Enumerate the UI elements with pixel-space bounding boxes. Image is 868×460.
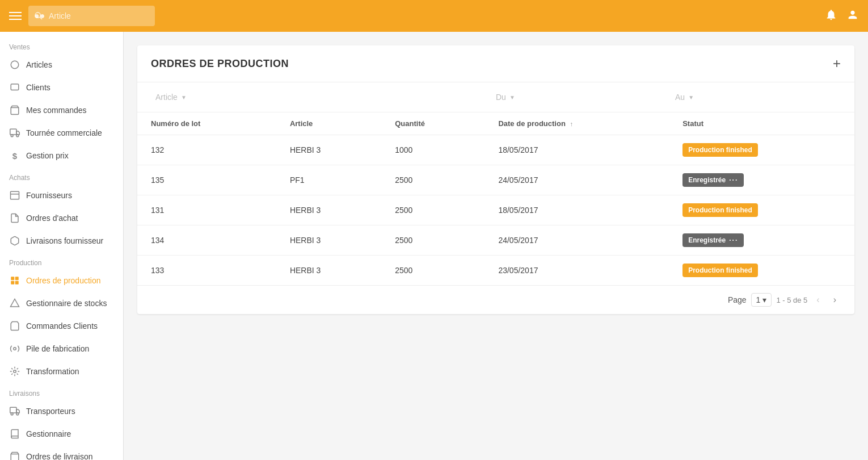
col-date-production[interactable]: Date de production ↑ bbox=[484, 112, 669, 135]
status-badge-gray: Enregistrée··· bbox=[682, 233, 744, 247]
sidebar-label-commandes-clients: Commandes Clients bbox=[26, 321, 98, 331]
ordres-de-production-icon bbox=[9, 275, 20, 286]
cell-date-production: 18/05/2017 bbox=[484, 195, 669, 225]
col-date-production-label: Date de production bbox=[498, 119, 565, 128]
page-select[interactable]: 1 ▾ bbox=[751, 293, 772, 307]
filter-article-label: Article bbox=[155, 93, 178, 102]
svg-line-1 bbox=[40, 17, 42, 19]
cell-article: HERBI 3 bbox=[276, 135, 381, 165]
cell-numero-lot: 132 bbox=[137, 135, 276, 165]
filter-article[interactable]: Article ▼ bbox=[151, 89, 482, 105]
cell-article: HERBI 3 bbox=[276, 256, 381, 286]
svg-point-2 bbox=[11, 61, 19, 69]
cell-numero-lot: 131 bbox=[137, 195, 276, 225]
svg-rect-10 bbox=[11, 277, 14, 280]
sidebar-item-gestionnaire-livraisons[interactable]: Gestionnaire bbox=[0, 423, 123, 445]
transformation-icon bbox=[9, 366, 20, 377]
status-badge-orange: Production finished bbox=[682, 203, 758, 217]
search-input[interactable] bbox=[28, 6, 155, 26]
sidebar-label-ordres-achat: Ordres d'achat bbox=[26, 214, 78, 223]
sidebar-item-transformation[interactable]: Transformation bbox=[0, 360, 123, 383]
sidebar-item-pile-fabrication[interactable]: Pile de fabrication bbox=[0, 337, 123, 360]
sidebar-item-gestionnaire-stocks[interactable]: Gestionnaire de stocks bbox=[0, 292, 123, 315]
cell-article: HERBI 3 bbox=[276, 195, 381, 225]
table-body: 132HERBI 3100018/05/2017Production finis… bbox=[137, 135, 854, 286]
sidebar-label-gestion-prix: Gestion prix bbox=[26, 151, 69, 160]
sidebar-item-transporteurs[interactable]: Transporteurs bbox=[0, 400, 123, 423]
livraisons-fournisseur-icon bbox=[9, 235, 20, 246]
sidebar-item-articles[interactable]: Articles bbox=[0, 53, 123, 76]
filter-du[interactable]: Du ▼ bbox=[491, 89, 661, 105]
svg-point-15 bbox=[14, 348, 16, 350]
commandes-clients-icon bbox=[9, 320, 20, 332]
pile-fabrication-icon bbox=[9, 343, 20, 354]
page-title: ORDRES DE PRODUCTION bbox=[151, 58, 289, 70]
clients-icon bbox=[9, 82, 20, 93]
sidebar-item-commandes-clients[interactable]: Commandes Clients bbox=[0, 315, 123, 337]
status-badge-orange: Production finished bbox=[682, 264, 758, 277]
col-quantite: Quantité bbox=[381, 112, 484, 135]
page-count: 1 - 5 de 5 bbox=[776, 296, 807, 304]
page-value: 1 bbox=[756, 295, 761, 304]
status-badge-gray: Enregistrée··· bbox=[682, 173, 744, 187]
sidebar-label-gestionnaire: Gestionnaire bbox=[26, 429, 71, 438]
sidebar-label-gestionnaire-stocks: Gestionnaire de stocks bbox=[26, 299, 107, 308]
cell-statut: Enregistrée··· bbox=[669, 165, 854, 195]
cell-article: HERBI 3 bbox=[276, 225, 381, 256]
page-label: Page bbox=[728, 295, 747, 304]
sidebar-item-ordres-de-production[interactable]: Ordres de production bbox=[0, 269, 123, 292]
articles-icon bbox=[9, 59, 20, 70]
prev-page-button[interactable]: ‹ bbox=[812, 292, 824, 307]
sidebar-label-clients: Clients bbox=[26, 83, 50, 92]
svg-rect-13 bbox=[15, 281, 19, 285]
sidebar-item-gestion-prix[interactable]: $ Gestion prix bbox=[0, 144, 123, 167]
sidebar-item-clients[interactable]: Clients bbox=[0, 76, 123, 99]
filter-au[interactable]: Au ▼ bbox=[671, 89, 841, 105]
fournisseurs-icon bbox=[9, 190, 20, 201]
sidebar-item-fournisseurs[interactable]: Fournisseurs bbox=[0, 184, 123, 207]
col-numero-lot: Numéro de lot bbox=[137, 112, 276, 135]
user-avatar-icon[interactable] bbox=[846, 9, 859, 24]
next-page-button[interactable]: › bbox=[829, 292, 841, 307]
sidebar-label-transporteurs: Transporteurs bbox=[26, 407, 75, 416]
layout: Ventes Articles Clients Mes commandes To… bbox=[0, 32, 868, 460]
filter-au-arrow: ▼ bbox=[688, 94, 694, 101]
sidebar-label-livraisons-fournisseur: Livraisons fournisseur bbox=[26, 236, 103, 245]
topbar: ●● bbox=[0, 0, 868, 32]
cell-statut: Production finished bbox=[669, 256, 854, 286]
sidebar-section-production: Production bbox=[0, 252, 123, 269]
cell-quantite: 2500 bbox=[381, 165, 484, 195]
sidebar-label-tournee: Tournée commerciale bbox=[26, 128, 102, 137]
sidebar-item-ordres-livraison[interactable]: Ordres de livraison bbox=[0, 445, 123, 460]
cell-quantite: 2500 bbox=[381, 256, 484, 286]
ordres-achat-icon bbox=[9, 212, 20, 224]
cell-numero-lot: 134 bbox=[137, 225, 276, 256]
cell-article: PF1 bbox=[276, 165, 381, 195]
sidebar-item-livraisons-fournisseur[interactable]: Livraisons fournisseur bbox=[0, 229, 123, 252]
status-badge-orange: Production finished bbox=[682, 143, 758, 157]
table-row: 134HERBI 3250024/05/2017Enregistrée··· bbox=[137, 225, 854, 256]
filter-du-arrow: ▼ bbox=[509, 94, 515, 101]
gestion-prix-icon: $ bbox=[9, 150, 20, 161]
menu-icon[interactable] bbox=[9, 12, 22, 20]
cell-quantite: 2500 bbox=[381, 225, 484, 256]
sidebar-item-tournee-commerciale[interactable]: Tournée commerciale bbox=[0, 122, 123, 144]
notification-icon[interactable] bbox=[825, 9, 837, 24]
sidebar-item-mes-commandes[interactable]: Mes commandes bbox=[0, 99, 123, 122]
table-row: 131HERBI 3250018/05/2017Production finis… bbox=[137, 195, 854, 225]
cell-statut: Production finished bbox=[669, 195, 854, 225]
sidebar-section-livraisons: Livraisons bbox=[0, 383, 123, 400]
cell-date-production: 18/05/2017 bbox=[484, 135, 669, 165]
sidebar-label-fournisseurs: Fournisseurs bbox=[26, 191, 72, 200]
sidebar-item-ordres-achat[interactable]: Ordres d'achat bbox=[0, 207, 123, 229]
filters-bar: Article ▼ Du ▼ Au ▼ bbox=[137, 82, 854, 112]
svg-rect-3 bbox=[11, 84, 19, 90]
table-header: Numéro de lot Article Quantité Date de p… bbox=[137, 112, 854, 135]
cell-quantite: 1000 bbox=[381, 135, 484, 165]
add-button[interactable]: + bbox=[833, 57, 841, 70]
svg-rect-11 bbox=[15, 277, 19, 280]
main-content: ORDRES DE PRODUCTION + Article ▼ Du ▼ Au… bbox=[124, 32, 868, 460]
svg-rect-12 bbox=[11, 281, 14, 285]
sidebar: Ventes Articles Clients Mes commandes To… bbox=[0, 32, 124, 460]
mes-commandes-icon bbox=[9, 104, 20, 116]
